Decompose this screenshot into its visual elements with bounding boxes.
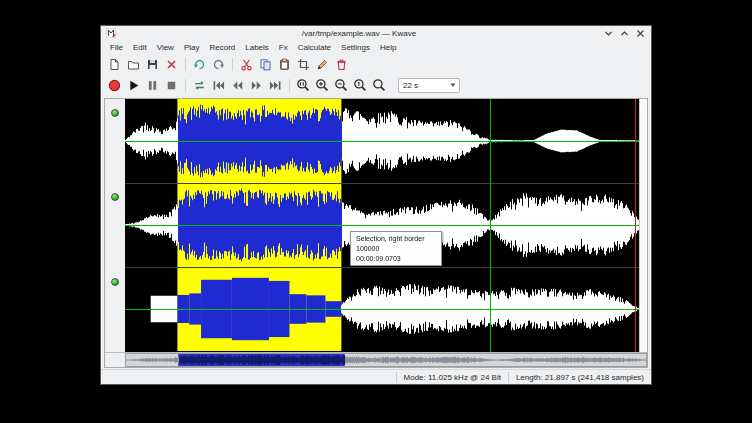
- minimize-button[interactable]: [602, 27, 614, 39]
- undo-icon: [193, 58, 206, 71]
- track-3-led-icon[interactable]: [111, 278, 119, 286]
- toolbar-separator: [185, 79, 186, 92]
- pause-icon: [145, 78, 160, 93]
- edit-pencil-icon: [316, 58, 329, 71]
- play-icon: [126, 78, 141, 93]
- menu-calculate[interactable]: Calculate: [293, 43, 336, 52]
- paste-icon: [278, 58, 291, 71]
- new-file-button[interactable]: [106, 56, 123, 73]
- rewind-button[interactable]: [229, 77, 246, 94]
- maximize-button[interactable]: [618, 27, 630, 39]
- crop-icon: [297, 58, 310, 71]
- forward-icon: [249, 78, 264, 93]
- pause-button[interactable]: [144, 77, 161, 94]
- overview-slider[interactable]: [125, 353, 647, 367]
- loop-button[interactable]: [191, 77, 208, 94]
- go-last-icon: [268, 78, 283, 93]
- copy-icon: [259, 58, 272, 71]
- tracks-area: [105, 99, 647, 352]
- go-first-button[interactable]: [210, 77, 227, 94]
- zoom-combobox-value: 22 s: [399, 81, 447, 90]
- toolbar-separator: [232, 58, 233, 71]
- rewind-icon: [230, 78, 245, 93]
- track-1-controls: [105, 99, 125, 183]
- menu-edit[interactable]: Edit: [128, 43, 152, 52]
- menu-view[interactable]: View: [152, 43, 179, 52]
- status-mode: Mode: 11.025 kHz @ 24 Bit: [396, 372, 508, 383]
- kwave-window: /var/tmp/example.wav — Kwave File Edit V…: [100, 25, 652, 385]
- stop-button[interactable]: [163, 77, 180, 94]
- cut-button[interactable]: [238, 56, 255, 73]
- tooltip-samples: 100000: [356, 244, 436, 254]
- record-button[interactable]: [106, 77, 123, 94]
- redo-icon: [212, 58, 225, 71]
- zoom-out-button[interactable]: [333, 77, 350, 94]
- menu-labels[interactable]: Labels: [240, 43, 274, 52]
- waveform-canvas[interactable]: [125, 99, 639, 352]
- chevron-down-icon: [447, 81, 459, 89]
- zoom-100-icon: [353, 78, 368, 93]
- menu-fx[interactable]: Fx: [274, 43, 293, 52]
- overview-spacer: [105, 353, 125, 367]
- menubar: File Edit View Play Record Labels Fx Cal…: [101, 40, 651, 54]
- menu-settings[interactable]: Settings: [336, 43, 375, 52]
- statusbar: Mode: 11.025 kHz @ 24 Bit Length: 21.897…: [101, 369, 651, 384]
- zoom-all-icon: [372, 78, 387, 93]
- cut-icon: [240, 58, 253, 71]
- toolbar-separator: [289, 79, 290, 92]
- go-last-button[interactable]: [267, 77, 284, 94]
- redo-button[interactable]: [210, 56, 227, 73]
- tooltip-time: 00:00:09.0703: [356, 254, 436, 264]
- track-2-led-icon[interactable]: [111, 193, 119, 201]
- track-2-controls: [105, 183, 125, 267]
- open-file-button[interactable]: [125, 56, 142, 73]
- save-icon: [146, 58, 159, 71]
- undo-button[interactable]: [191, 56, 208, 73]
- close-button[interactable]: [634, 27, 646, 39]
- forward-button[interactable]: [248, 77, 265, 94]
- track-controls-column: [105, 99, 125, 352]
- selection-tooltip: Selection, right border 100000 00:00:09.…: [350, 231, 442, 266]
- copy-button[interactable]: [257, 56, 274, 73]
- paste-button[interactable]: [276, 56, 293, 73]
- zoom-in-icon: [315, 78, 330, 93]
- save-file-button[interactable]: [144, 56, 161, 73]
- toolbar-separator: [185, 58, 186, 71]
- menu-record[interactable]: Record: [204, 43, 240, 52]
- open-folder-icon: [127, 58, 140, 71]
- delete-trash-icon: [335, 58, 348, 71]
- status-length: Length: 21.897 s (241,418 samples): [508, 372, 651, 383]
- stop-icon: [164, 78, 179, 93]
- titlebar[interactable]: /var/tmp/example.wav — Kwave: [101, 26, 651, 40]
- close-file-button[interactable]: [163, 56, 180, 73]
- file-toolbar: [101, 54, 651, 74]
- zoom-selection-icon: [296, 78, 311, 93]
- loop-icon: [192, 78, 207, 93]
- crop-button[interactable]: [295, 56, 312, 73]
- vertical-scrollbar[interactable]: [639, 99, 647, 352]
- zoom-100-button[interactable]: [352, 77, 369, 94]
- new-file-icon: [108, 58, 121, 71]
- tooltip-title: Selection, right border: [356, 234, 436, 244]
- zoom-all-button[interactable]: [371, 77, 388, 94]
- overview-row: [105, 352, 647, 367]
- zoom-combobox[interactable]: 22 s: [398, 78, 460, 93]
- zoom-selection-button[interactable]: [295, 77, 312, 94]
- window-title: /var/tmp/example.wav — Kwave: [120, 29, 598, 38]
- track-1-led-icon[interactable]: [111, 109, 119, 117]
- menu-file[interactable]: File: [105, 43, 128, 52]
- delete-button[interactable]: [333, 56, 350, 73]
- record-icon: [107, 78, 122, 93]
- close-file-icon: [165, 58, 178, 71]
- playback-toolbar: 22 s: [101, 74, 651, 96]
- track-3-controls: [105, 268, 125, 352]
- zoom-out-icon: [334, 78, 349, 93]
- go-first-icon: [211, 78, 226, 93]
- menu-help[interactable]: Help: [375, 43, 401, 52]
- edit-button[interactable]: [314, 56, 331, 73]
- play-button[interactable]: [125, 77, 142, 94]
- menu-play[interactable]: Play: [179, 43, 205, 52]
- zoom-in-button[interactable]: [314, 77, 331, 94]
- waveform-display[interactable]: [125, 99, 639, 352]
